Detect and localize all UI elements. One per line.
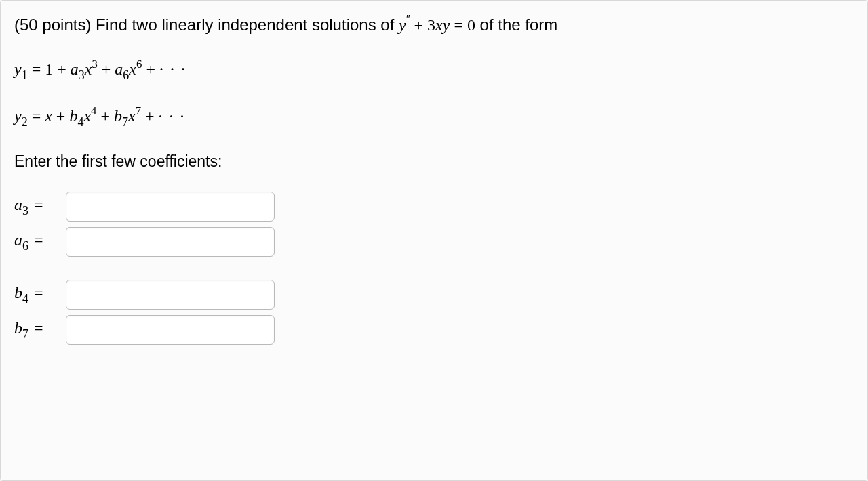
input-a6[interactable] [66,227,275,257]
input-b4[interactable] [66,280,275,310]
coefficients-group-b: b4= b7= [14,280,854,345]
problem-text-2: of the form [475,16,557,34]
problem-statement: (50 points) Find two linearly independen… [14,13,854,37]
coeff-row-b4: b4= [14,280,854,310]
coeff-label-a3: a3= [14,196,66,217]
coefficients-group-a: a3= a6= [14,192,854,257]
series-y2: y2 = x + b4x4 + b7x7 + · · · [14,103,854,131]
equation-ode: y′′ + 3xy = 0 [399,16,475,34]
coeff-row-a3: a3= [14,192,854,222]
coeff-row-a6: a6= [14,227,854,257]
problem-text-1: Find two linearly independent solutions … [96,16,399,34]
input-b7[interactable] [66,315,275,345]
coeff-label-b4: b4= [14,284,66,306]
series-y1: y1 = 1 + a3x3 + a6x6 + · · · [14,56,854,84]
coeff-label-b7: b7= [14,319,66,341]
points-prefix: (50 points) [14,16,96,34]
problem-container: (50 points) Find two linearly independen… [0,0,868,481]
coeff-label-a6: a6= [14,231,66,253]
coeff-row-b7: b7= [14,315,854,345]
instruction-text: Enter the first few coefficients: [14,150,854,173]
input-a3[interactable] [66,192,275,222]
